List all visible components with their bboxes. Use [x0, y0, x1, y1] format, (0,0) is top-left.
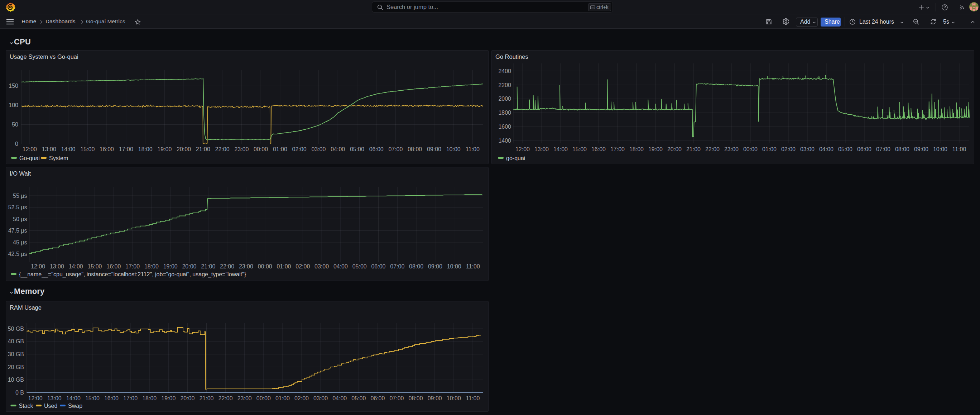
svg-text:21:00: 21:00 [686, 146, 701, 152]
svg-text:19:00: 19:00 [163, 263, 178, 270]
svg-text:{__name__="cpu_usage", instanc: {__name__="cpu_usage", instance="localho… [19, 271, 247, 278]
svg-text:18:00: 18:00 [138, 146, 153, 152]
svg-text:18:00: 18:00 [144, 263, 159, 270]
svg-text:08:00: 08:00 [409, 263, 423, 270]
svg-text:00:00: 00:00 [743, 146, 757, 152]
svg-text:Used: Used [44, 403, 57, 409]
svg-text:47.5 µs: 47.5 µs [8, 228, 27, 234]
svg-text:01:00: 01:00 [277, 263, 291, 270]
svg-text:Go-quai: Go-quai [19, 155, 40, 161]
svg-text:10:00: 10:00 [933, 146, 947, 152]
svg-text:06:00: 06:00 [369, 146, 383, 152]
svg-text:50 µs: 50 µs [13, 216, 27, 222]
svg-text:06:00: 06:00 [371, 263, 385, 270]
svg-text:05:00: 05:00 [352, 263, 367, 270]
svg-text:go-quai: go-quai [506, 155, 525, 161]
svg-text:10 GB: 10 GB [8, 377, 24, 383]
svg-text:11:00: 11:00 [466, 146, 480, 152]
svg-text:55 µs: 55 µs [13, 193, 27, 199]
svg-text:13:00: 13:00 [535, 146, 549, 152]
svg-text:05:00: 05:00 [352, 395, 366, 401]
svg-text:10:00: 10:00 [446, 146, 461, 152]
svg-text:19:00: 19:00 [648, 146, 663, 152]
svg-text:13:00: 13:00 [42, 146, 56, 152]
svg-text:23:00: 23:00 [234, 146, 248, 152]
svg-text:16:00: 16:00 [107, 263, 121, 270]
svg-text:52.5 µs: 52.5 µs [8, 204, 27, 211]
svg-text:10:00: 10:00 [447, 395, 461, 401]
svg-text:15:00: 15:00 [88, 263, 102, 270]
svg-text:20:00: 20:00 [667, 146, 682, 152]
svg-text:00:00: 00:00 [254, 146, 268, 152]
svg-text:03:00: 03:00 [313, 395, 328, 401]
svg-text:08:00: 08:00 [407, 146, 422, 152]
svg-text:10:00: 10:00 [447, 263, 461, 270]
svg-text:01:00: 01:00 [273, 146, 287, 152]
svg-text:17:00: 17:00 [119, 146, 133, 152]
svg-text:15:00: 15:00 [85, 395, 100, 401]
svg-text:12:00: 12:00 [31, 263, 45, 270]
svg-text:12:00: 12:00 [515, 146, 530, 152]
svg-text:01:00: 01:00 [275, 395, 290, 401]
svg-text:06:00: 06:00 [857, 146, 872, 152]
svg-text:06:00: 06:00 [371, 395, 385, 401]
svg-text:08:00: 08:00 [409, 395, 423, 401]
svg-text:17:00: 17:00 [126, 263, 140, 270]
svg-text:50 GB: 50 GB [8, 326, 24, 332]
svg-text:09:00: 09:00 [428, 263, 442, 270]
svg-text:21:00: 21:00 [199, 395, 213, 401]
svg-text:19:00: 19:00 [157, 146, 172, 152]
svg-text:23:00: 23:00 [724, 146, 738, 152]
svg-text:15:00: 15:00 [573, 146, 587, 152]
svg-text:03:00: 03:00 [315, 263, 329, 270]
svg-text:11:00: 11:00 [466, 263, 480, 270]
svg-text:40 GB: 40 GB [8, 338, 24, 345]
svg-text:2000: 2000 [498, 96, 511, 102]
svg-text:00:00: 00:00 [256, 395, 271, 401]
svg-text:45 µs: 45 µs [13, 239, 27, 246]
svg-text:17:00: 17:00 [610, 146, 625, 152]
svg-text:05:00: 05:00 [350, 146, 364, 152]
svg-text:04:00: 04:00 [819, 146, 834, 152]
svg-text:1600: 1600 [498, 124, 511, 130]
svg-text:20:00: 20:00 [180, 395, 194, 401]
svg-text:13:00: 13:00 [50, 263, 64, 270]
svg-text:09:00: 09:00 [427, 146, 441, 152]
svg-text:Swap: Swap [68, 403, 83, 409]
svg-text:16:00: 16:00 [104, 395, 119, 401]
svg-text:17:00: 17:00 [123, 395, 138, 401]
svg-text:22:00: 22:00 [705, 146, 720, 152]
svg-text:02:00: 02:00 [781, 146, 795, 152]
svg-text:02:00: 02:00 [296, 263, 310, 270]
svg-text:02:00: 02:00 [294, 395, 309, 401]
svg-text:23:00: 23:00 [237, 395, 252, 401]
svg-text:22:00: 22:00 [218, 395, 233, 401]
svg-text:12:00: 12:00 [22, 146, 37, 152]
svg-text:Stack: Stack [19, 403, 34, 409]
svg-text:20:00: 20:00 [177, 146, 191, 152]
svg-text:02:00: 02:00 [292, 146, 307, 152]
svg-text:100: 100 [9, 102, 18, 108]
svg-text:23:00: 23:00 [239, 263, 253, 270]
svg-text:18:00: 18:00 [142, 395, 156, 401]
svg-text:13:00: 13:00 [47, 395, 62, 401]
svg-text:03:00: 03:00 [311, 146, 326, 152]
svg-text:0 B: 0 B [15, 389, 24, 396]
svg-text:50: 50 [12, 121, 18, 128]
svg-text:19:00: 19:00 [161, 395, 175, 401]
svg-text:1400: 1400 [498, 137, 511, 144]
svg-text:01:00: 01:00 [762, 146, 776, 152]
svg-text:14:00: 14:00 [554, 146, 568, 152]
svg-text:15:00: 15:00 [80, 146, 95, 152]
svg-text:150: 150 [9, 83, 18, 89]
svg-text:07:00: 07:00 [389, 395, 404, 401]
svg-text:14:00: 14:00 [66, 395, 81, 401]
svg-text:30 GB: 30 GB [8, 351, 24, 357]
svg-text:2400: 2400 [498, 68, 511, 74]
svg-text:0: 0 [15, 141, 18, 147]
svg-text:09:00: 09:00 [428, 395, 442, 401]
svg-text:42.5 µs: 42.5 µs [8, 251, 27, 257]
svg-text:22:00: 22:00 [215, 146, 230, 152]
svg-text:03:00: 03:00 [800, 146, 815, 152]
svg-text:12:00: 12:00 [28, 395, 43, 401]
